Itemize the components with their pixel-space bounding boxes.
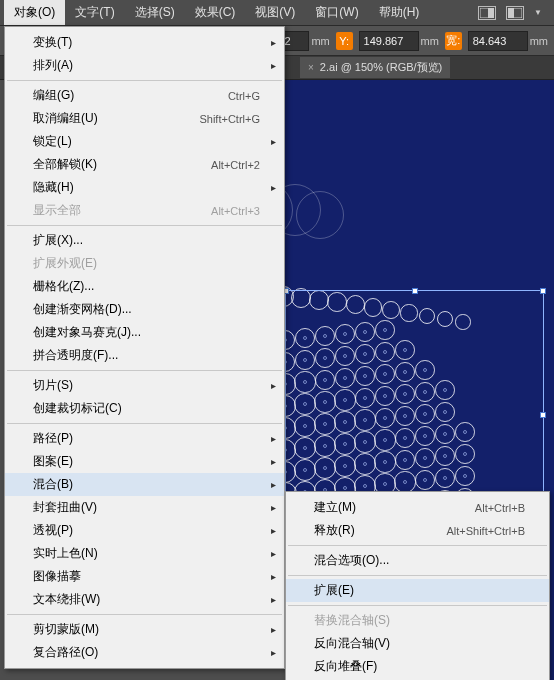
handle-top-right[interactable]: [540, 288, 546, 294]
menu-item-V[interactable]: 反向混合轴(V): [286, 632, 549, 655]
menu-separator: [7, 370, 282, 371]
menu-item-R[interactable]: 释放(R)Alt+Shift+Ctrl+B: [286, 519, 549, 542]
menu-item-S[interactable]: 切片(S): [5, 374, 284, 397]
menu-item-label: 扩展(E): [314, 582, 354, 599]
layout-icon-2[interactable]: [506, 6, 524, 20]
menu-item-S: 替换混合轴(S): [286, 609, 549, 632]
w-field[interactable]: [468, 31, 528, 51]
menu-shortcut: Ctrl+G: [228, 90, 260, 102]
menu-item-U[interactable]: 取消编组(U)Shift+Ctrl+G: [5, 107, 284, 130]
svg-rect-3: [508, 8, 514, 18]
menu-item-D[interactable]: 创建渐变网格(D)...: [5, 298, 284, 321]
menu-item-label: 取消编组(U): [33, 110, 98, 127]
menu-item-O[interactable]: 复合路径(O): [5, 641, 284, 664]
menu-item-label: 反向混合轴(V): [314, 635, 390, 652]
menu-object[interactable]: 对象(O): [4, 0, 65, 25]
menu-item-label: 剪切蒙版(M): [33, 621, 99, 638]
menu-item-E[interactable]: 图案(E): [5, 450, 284, 473]
close-tab-icon[interactable]: ×: [308, 62, 314, 73]
menu-item-label: 排列(A): [33, 57, 73, 74]
menu-item-label: 全部解锁(K): [33, 156, 97, 173]
menu-separator: [288, 605, 547, 606]
menu-item-label: 创建裁切标记(C): [33, 400, 122, 417]
menu-item-label: 混合(B): [33, 476, 73, 493]
menubar-right-icons: ▼: [478, 6, 550, 20]
menu-separator: [7, 225, 282, 226]
menu-shortcut: Alt+Ctrl+2: [211, 159, 260, 171]
menu-item-label: 透视(P): [33, 522, 73, 539]
menu-item-M[interactable]: 建立(M)Alt+Ctrl+B: [286, 496, 549, 519]
menu-item-H[interactable]: 隐藏(H): [5, 176, 284, 199]
menu-item-label: 编组(G): [33, 87, 74, 104]
menu-item-V[interactable]: 封套扭曲(V): [5, 496, 284, 519]
menu-item-Z[interactable]: 栅格化(Z)...: [5, 275, 284, 298]
menu-item-L[interactable]: 锁定(L): [5, 130, 284, 153]
menu-item-G[interactable]: 编组(G)Ctrl+G: [5, 84, 284, 107]
menu-select[interactable]: 选择(S): [125, 0, 185, 25]
menu-item-N[interactable]: 实时上色(N): [5, 542, 284, 565]
menu-item-J[interactable]: 创建对象马赛克(J)...: [5, 321, 284, 344]
menu-item-A[interactable]: 排列(A): [5, 54, 284, 77]
menu-item-C[interactable]: 创建裁切标记(C): [5, 397, 284, 420]
menu-item-label: 显示全部: [33, 202, 81, 219]
unit-label-2: mm: [421, 35, 439, 47]
menu-effect[interactable]: 效果(C): [185, 0, 246, 25]
menu-item-label: 拼合透明度(F)...: [33, 347, 118, 364]
handle-top-left[interactable]: [285, 288, 289, 294]
menu-item-label: 封套扭曲(V): [33, 499, 97, 516]
handle-top-mid[interactable]: [412, 288, 418, 294]
menu-help[interactable]: 帮助(H): [369, 0, 430, 25]
menu-item-label: 实时上色(N): [33, 545, 98, 562]
y-field[interactable]: [359, 31, 419, 51]
menu-item-label: 栅格化(Z)...: [33, 278, 94, 295]
menu-item-label: 反向堆叠(F): [314, 658, 377, 675]
menu-item-M[interactable]: 剪切蒙版(M): [5, 618, 284, 641]
menu-item-label: 路径(P): [33, 430, 73, 447]
menu-item-label: 锁定(L): [33, 133, 72, 150]
menu-item-label: 切片(S): [33, 377, 73, 394]
menu-item-K[interactable]: 全部解锁(K)Alt+Ctrl+2: [5, 153, 284, 176]
menu-item-B[interactable]: 混合(B): [5, 473, 284, 496]
blend-submenu: 建立(M)Alt+Ctrl+B释放(R)Alt+Shift+Ctrl+B混合选项…: [285, 491, 550, 680]
menu-item-F[interactable]: 反向堆叠(F): [286, 655, 549, 678]
menu-item-label: 文本绕排(W): [33, 591, 100, 608]
dropdown-arrow-icon: ▼: [534, 8, 542, 17]
menu-item-P[interactable]: 路径(P): [5, 427, 284, 450]
handle-mid-right[interactable]: [540, 412, 546, 418]
layout-icon-1[interactable]: [478, 6, 496, 20]
menu-item-label: 复合路径(O): [33, 644, 98, 661]
menu-item-label: 扩展(X)...: [33, 232, 83, 249]
object-menu-dropdown: 变换(T)排列(A)编组(G)Ctrl+G取消编组(U)Shift+Ctrl+G…: [4, 26, 285, 669]
menu-item-label: 替换混合轴(S): [314, 612, 390, 629]
menu-item-label: 建立(M): [314, 499, 356, 516]
menu-item-T[interactable]: 变换(T): [5, 31, 284, 54]
menu-item-label: 变换(T): [33, 34, 72, 51]
unit-label: mm: [311, 35, 329, 47]
menu-separator: [288, 575, 547, 576]
menu-shortcut: Alt+Ctrl+3: [211, 205, 260, 217]
menu-separator: [288, 545, 547, 546]
menu-separator: [7, 423, 282, 424]
menu-item-W[interactable]: 文本绕排(W): [5, 588, 284, 611]
menu-item-E[interactable]: 扩展(E): [286, 579, 549, 602]
menu-shortcut: Shift+Ctrl+G: [199, 113, 260, 125]
menu-item-[interactable]: 图像描摹: [5, 565, 284, 588]
menu-item-X[interactable]: 扩展(X)...: [5, 229, 284, 252]
menu-item-F[interactable]: 拼合透明度(F)...: [5, 344, 284, 367]
menu-window[interactable]: 窗口(W): [305, 0, 368, 25]
menu-item-: 显示全部Alt+Ctrl+3: [5, 199, 284, 222]
main-menubar: 对象(O) 文字(T) 选择(S) 效果(C) 视图(V) 窗口(W) 帮助(H…: [0, 0, 554, 26]
menu-text[interactable]: 文字(T): [65, 0, 124, 25]
menu-shortcut: Alt+Shift+Ctrl+B: [446, 525, 525, 537]
menu-view[interactable]: 视图(V): [245, 0, 305, 25]
w-badge: 宽:: [445, 32, 462, 50]
menu-item-O[interactable]: 混合选项(O)...: [286, 549, 549, 572]
menu-shortcut: Alt+Ctrl+B: [475, 502, 525, 514]
decoration-circle: [296, 191, 344, 239]
menu-item-P[interactable]: 透视(P): [5, 519, 284, 542]
menu-item-label: 隐藏(H): [33, 179, 74, 196]
menu-item-E: 扩展外观(E): [5, 252, 284, 275]
y-badge: Y:: [336, 32, 353, 50]
menu-item-label: 扩展外观(E): [33, 255, 97, 272]
document-tab[interactable]: × 2.ai @ 150% (RGB/预览): [300, 57, 450, 78]
